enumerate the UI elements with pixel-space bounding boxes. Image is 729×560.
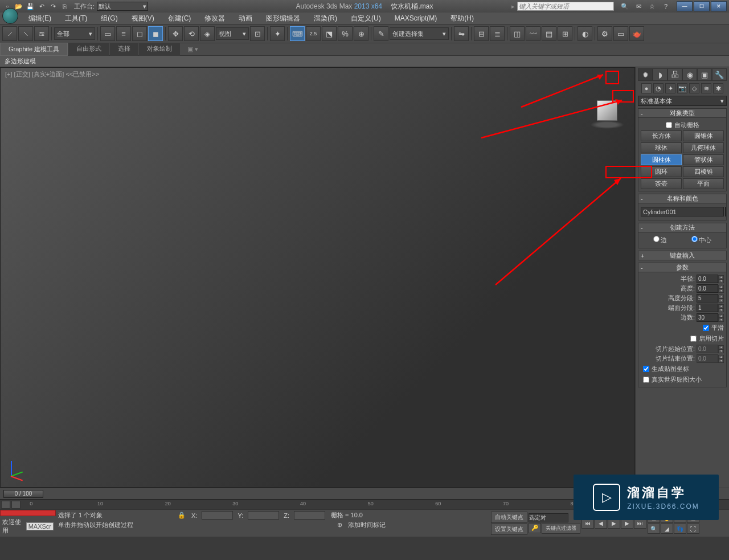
height-segs-spinner[interactable] (697, 294, 718, 303)
select-scale-icon[interactable]: ◈ (200, 26, 215, 41)
center-radio[interactable]: 中心 (691, 236, 711, 244)
coord-x-input[interactable] (202, 511, 233, 520)
time-tag-icon[interactable]: ⊕ (337, 521, 342, 529)
object-name-input[interactable] (641, 207, 724, 216)
viewport-label[interactable]: [+] [正交] [真实+边面] <<已禁用>> (5, 70, 99, 79)
time-slider-handle[interactable]: 0 / 100 (3, 490, 43, 498)
material-editor-icon[interactable]: ◐ (578, 26, 592, 41)
primitive-type-button[interactable]: 平面 (683, 178, 724, 189)
key-icon[interactable]: 🔑 (529, 523, 541, 533)
render-setup-icon[interactable]: ⚙ (597, 26, 612, 41)
binoculars-icon[interactable]: 🔍 (620, 1, 630, 11)
track-filter-icon[interactable] (11, 501, 21, 509)
schematic-icon[interactable]: ⊞ (558, 26, 572, 41)
ribbon-sub-panel[interactable]: 多边形建模 (0, 56, 729, 67)
menu-item[interactable]: 自定义(U) (344, 13, 388, 23)
angle-snap-icon[interactable]: ⬔ (322, 26, 337, 41)
menu-item[interactable]: 动画 (232, 13, 259, 23)
star-icon[interactable]: ☆ (647, 1, 657, 11)
primitive-type-button[interactable]: 圆环 (641, 166, 682, 177)
dope-sheet-icon[interactable]: ▤ (542, 26, 556, 41)
selection-set-input[interactable] (529, 513, 568, 522)
fov-icon[interactable]: ◢ (661, 524, 673, 534)
curve-editor-icon[interactable]: 〰 (526, 26, 540, 41)
welcome-maxscript[interactable]: 欢迎使用 MAXScr (0, 516, 56, 537)
help-icon[interactable]: ? (661, 1, 671, 11)
auto-grid-checkbox[interactable] (666, 122, 672, 128)
workspace-dropdown[interactable]: 默认▾ (97, 2, 148, 11)
menu-item[interactable]: 创建(C) (161, 13, 198, 23)
sides-spinner[interactable] (697, 313, 718, 322)
primitive-type-button[interactable]: 茶壶 (641, 178, 682, 189)
primitive-type-button[interactable]: 圆柱体 (641, 154, 682, 165)
geometry-cat-icon[interactable]: ● (641, 83, 652, 93)
set-key-button[interactable]: 设置关键点 (491, 524, 527, 535)
radius-spinner[interactable] (697, 275, 718, 283)
menu-item[interactable]: 编辑(E) (22, 13, 58, 23)
systems-cat-icon[interactable]: ✱ (713, 83, 723, 93)
display-tab-icon[interactable]: ▣ (697, 68, 712, 81)
select-region-icon[interactable]: ◻ (132, 26, 147, 41)
menu-item[interactable]: 视图(V) (125, 13, 161, 23)
edge-radio[interactable]: 边 (653, 236, 667, 244)
category-dropdown[interactable]: 标准基本体▾ (638, 96, 727, 106)
utilities-tab-icon[interactable]: 🔧 (712, 68, 727, 81)
ribbon-expand-icon[interactable]: ▣ ▾ (187, 46, 198, 53)
ribbon-tab[interactable]: 选择 (110, 43, 138, 56)
slice-from-spinner[interactable] (697, 345, 718, 353)
rollout-header-keyboard-entry[interactable]: +键盘输入 (638, 251, 727, 260)
hierarchy-tab-icon[interactable]: 品 (667, 68, 682, 81)
helpers-cat-icon[interactable]: ◇ (689, 83, 699, 93)
menu-item[interactable]: MAXScript(M) (388, 13, 444, 23)
shapes-cat-icon[interactable]: ◔ (653, 83, 664, 93)
modify-tab-icon[interactable]: ◗ (653, 68, 667, 81)
menu-item[interactable]: 帮助(H) (444, 13, 481, 23)
coord-z-input[interactable] (294, 511, 325, 520)
search-input[interactable] (517, 2, 614, 11)
graphite-icon[interactable]: ◫ (510, 26, 525, 41)
create-tab-icon[interactable]: ✹ (638, 68, 653, 81)
menu-item[interactable]: 渲染(R) (307, 13, 344, 23)
zoom-icon[interactable]: 🔍 (648, 524, 660, 534)
app-menu-icon[interactable] (2, 8, 18, 24)
rollout-header-name-color[interactable]: -名称和颜色 (638, 194, 727, 203)
close-button[interactable]: ✕ (711, 1, 727, 11)
layers-icon[interactable]: ≣ (490, 26, 505, 41)
gen-uv-checkbox[interactable] (643, 366, 649, 372)
minimize-button[interactable]: — (677, 1, 693, 11)
slice-on-checkbox[interactable] (690, 336, 697, 342)
menu-item[interactable]: 图形编辑器 (259, 13, 307, 23)
primitive-type-button[interactable]: 圆锥体 (683, 130, 724, 141)
cap-segs-spinner[interactable] (697, 304, 718, 312)
select-by-name-icon[interactable]: ≡ (116, 26, 131, 41)
key-filters-button[interactable]: 关键点过滤器 (542, 523, 580, 534)
height-spinner[interactable] (697, 284, 718, 293)
track-open-icon[interactable] (1, 501, 10, 509)
walk-icon[interactable]: 👣 (674, 524, 686, 534)
menu-item[interactable]: 工具(T) (58, 13, 94, 23)
undo-icon[interactable]: ↶ (36, 1, 47, 11)
link-icon[interactable]: ⎘ (59, 1, 69, 11)
select-move-icon[interactable]: ✥ (168, 26, 183, 41)
ribbon-tab[interactable]: 自由形式 (68, 43, 109, 56)
auto-key-button[interactable]: 自动关键点 (491, 512, 527, 523)
rollout-header-creation-method[interactable]: -创建方法 (638, 223, 727, 232)
link-icon[interactable]: ⟋ (2, 26, 17, 41)
keyboard-shortcut-icon[interactable]: ⌨ (290, 26, 305, 41)
spinner-snap-icon[interactable]: ⊕ (354, 26, 368, 41)
select-rotate-icon[interactable]: ⟲ (184, 26, 199, 41)
coord-y-input[interactable] (248, 511, 279, 520)
cameras-cat-icon[interactable]: 📷 (677, 83, 687, 93)
viewport[interactable]: [+] [正交] [真实+边面] <<已禁用>> (0, 67, 635, 488)
real-world-checkbox[interactable] (643, 377, 649, 383)
window-crossing-icon[interactable]: ◼ (148, 26, 163, 41)
redo-icon[interactable]: ↷ (48, 1, 58, 11)
primitive-type-button[interactable]: 几何球体 (683, 142, 724, 153)
select-object-icon[interactable]: ▭ (100, 26, 115, 41)
lock-icon[interactable]: 🔒 (178, 512, 186, 519)
unlink-icon[interactable]: ⟍ (18, 26, 33, 41)
named-selection-dropdown[interactable]: 创建选择集▾ (390, 27, 449, 40)
maximize-button[interactable]: ☐ (694, 1, 710, 11)
edit-named-sel-icon[interactable]: ✎ (374, 26, 388, 41)
primitive-type-button[interactable]: 球体 (641, 142, 682, 153)
